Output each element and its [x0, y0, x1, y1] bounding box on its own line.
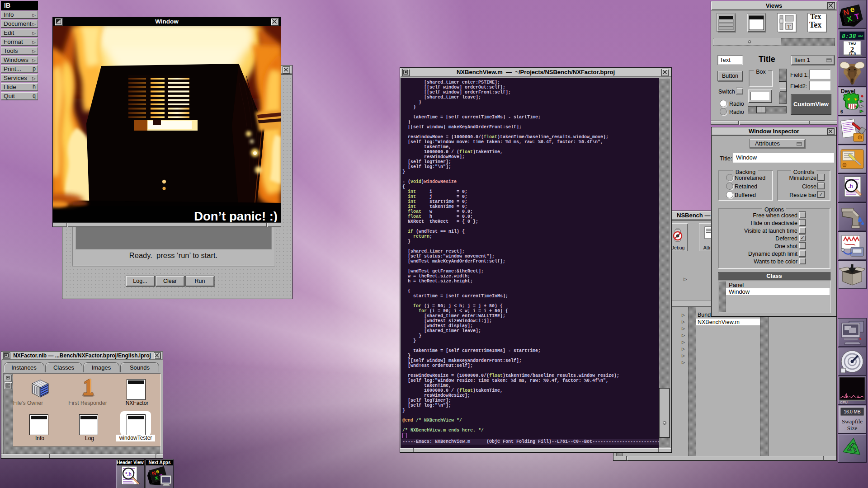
svg-text:Size: Size	[847, 425, 858, 432]
svg-text:Tex: Tex	[809, 20, 821, 29]
svg-text:8:38: 8:38	[842, 33, 856, 40]
svg-text:T: T	[787, 23, 791, 30]
svg-text:6: 6	[840, 109, 843, 114]
svg-text:CPU: CPU	[840, 400, 848, 404]
svg-text:Swapfile: Swapfile	[842, 418, 863, 425]
svg-text:Tex: Tex	[810, 14, 821, 20]
svg-text:16.0 MB: 16.0 MB	[844, 409, 861, 414]
svg-text:AM: AM	[858, 34, 863, 38]
svg-text:*.h: *.h	[125, 471, 132, 477]
svg-text:.h: .h	[848, 183, 853, 189]
svg-text:Don’t panic! :): Don’t panic! :)	[194, 209, 278, 223]
